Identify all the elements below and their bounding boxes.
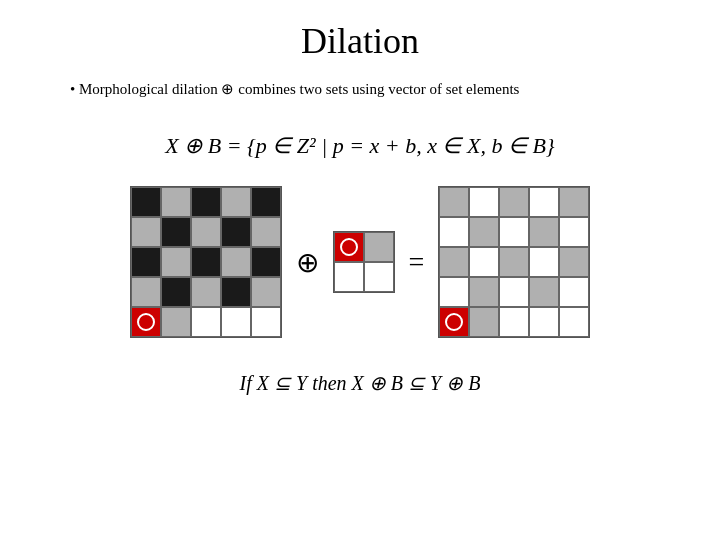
kernel-grid [333,231,395,293]
cell [191,217,221,247]
oplus-operator: ⊕ [296,246,319,279]
kernel-cell-origin [334,232,364,262]
result-cell [439,277,469,307]
cell [251,277,281,307]
result-cell [469,217,499,247]
bullet-text: • Morphological dilation ⊕ combines two … [70,80,519,98]
result-cell [469,277,499,307]
result-cell [499,247,529,277]
origin-marker [137,313,155,331]
cell [131,187,161,217]
result-cell [529,277,559,307]
cell [191,247,221,277]
cell [251,187,281,217]
cell-origin [131,307,161,337]
page-title: Dilation [301,20,419,62]
cell [131,247,161,277]
cell [161,277,191,307]
kernel-cell [334,262,364,292]
cell [221,217,251,247]
equals-sign: = [409,246,425,278]
formula1-area: X ⊕ B = {p ∈ Z² | p = x + b, x ∈ X, b ∈ … [40,118,680,168]
result-cell [439,217,469,247]
cell [191,277,221,307]
result-cell [559,217,589,247]
result-cell [529,217,559,247]
cell [161,217,191,247]
cell [191,307,221,337]
result-cell [439,187,469,217]
result-cell-origin [439,307,469,337]
cell [131,277,161,307]
cell [161,307,191,337]
result-cell [559,247,589,277]
result-cell [499,307,529,337]
result-cell [559,277,589,307]
result-cell [529,187,559,217]
svg-text:If X ⊆ Y then X ⊕ B ⊆ Y ⊕ B: If X ⊆ Y then X ⊕ B ⊆ Y ⊕ B [239,372,481,395]
cell [131,217,161,247]
cell [221,187,251,217]
result-origin-marker [445,313,463,331]
cell [221,307,251,337]
page: Dilation • Morphological dilation ⊕ comb… [0,0,720,540]
cell [251,307,281,337]
result-cell [499,187,529,217]
result-cell [529,307,559,337]
cell [161,187,191,217]
kernel-cell [364,232,394,262]
grids-row: ⊕ = [130,186,591,338]
result-cell [499,277,529,307]
cell [191,187,221,217]
kernel-cell [364,262,394,292]
cell [251,247,281,277]
result-cell [529,247,559,277]
result-cell [469,307,499,337]
formula1-svg: X ⊕ B = {p ∈ Z² | p = x + b, x ∈ X, b ∈ … [150,118,570,168]
result-cell [559,307,589,337]
formula2-area: If X ⊆ Y then X ⊕ B ⊆ Y ⊕ B [40,360,680,405]
cell [161,247,191,277]
formula2-svg: If X ⊆ Y then X ⊕ B ⊆ Y ⊕ B [150,360,570,405]
kernel-origin-marker [340,238,358,256]
cell [221,277,251,307]
cell [251,217,281,247]
result-cell [439,247,469,277]
result-cell [469,247,499,277]
result-grid [438,186,590,338]
svg-text:X ⊕ B = {p ∈ Z² | p = x + b, x: X ⊕ B = {p ∈ Z² | p = x + b, x ∈ X, b ∈ … [164,133,554,158]
cell [221,247,251,277]
main-grid [130,186,282,338]
result-cell [469,187,499,217]
result-cell [559,187,589,217]
result-cell [499,217,529,247]
